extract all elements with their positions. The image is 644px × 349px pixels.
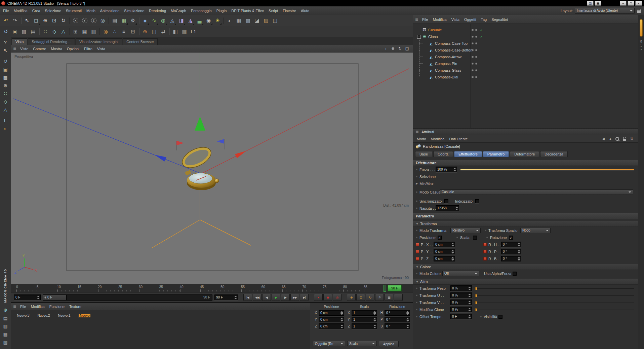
range-start-handle[interactable]: 0 F [43, 295, 67, 300]
sincronizzato-checkbox[interactable] [444, 199, 448, 203]
transport-button[interactable]: |◀ [243, 294, 252, 301]
toolbar-icon[interactable]: ◎ [98, 16, 107, 25]
object-tag-icon[interactable] [491, 41, 496, 46]
object-icon[interactable] [429, 61, 434, 66]
toolbar-icon[interactable]: ▤ [29, 27, 38, 36]
toolbar-icon[interactable]: X [71, 16, 80, 25]
object-name[interactable]: Compass-Glass [435, 68, 461, 72]
editor-visibility-dot[interactable] [472, 63, 474, 65]
menu-item[interactable]: Selezione [43, 9, 64, 13]
palette-icon[interactable]: ▦ [1, 330, 10, 338]
material-menu-item[interactable]: Modifica [29, 305, 47, 309]
rotation-field[interactable]: 0 ° [385, 323, 410, 329]
toolbar-icon[interactable]: ▨ [261, 16, 271, 25]
rotation-component-field[interactable]: 0 ° [501, 249, 521, 254]
palette-icon[interactable] [1, 114, 10, 116]
object-tag-icon[interactable] [486, 41, 491, 46]
x-axis-arrow[interactable] [235, 151, 246, 158]
spinner-icon[interactable] [468, 300, 471, 305]
object-tag-icon[interactable] [491, 68, 496, 73]
altro-row-slider[interactable] [475, 301, 634, 305]
key-toggle-button[interactable]: ⊡ [356, 294, 365, 301]
toolbar-icon[interactable] [68, 16, 71, 25]
object-row[interactable]: − Casuale ✓ [413, 27, 638, 33]
altro-row-field[interactable]: 0 % [450, 307, 472, 312]
parent-up-icon[interactable] [608, 137, 613, 141]
object-tag-icon[interactable] [491, 75, 496, 79]
param-bullet[interactable] [416, 237, 417, 238]
offset-tempo-field[interactable]: 0 F [450, 314, 472, 319]
key-toggle-button[interactable]: P [375, 294, 384, 301]
param-bullet[interactable] [480, 316, 482, 317]
slider-handle[interactable] [475, 301, 477, 304]
palette-icon[interactable]: ▥ [1, 322, 10, 330]
param-bullet[interactable] [416, 294, 417, 296]
toolbar-icon[interactable] [38, 27, 41, 36]
menu-item[interactable]: Rendering [147, 9, 168, 13]
toolbar-icon[interactable]: ≡ [119, 27, 128, 36]
object-tag-icon[interactable] [486, 55, 491, 59]
scala-checkbox[interactable] [473, 236, 477, 240]
toolbar-icon[interactable]: ▃ [195, 16, 204, 25]
toolbar-icon[interactable] [98, 27, 101, 36]
object-icon[interactable] [429, 75, 434, 80]
object-row[interactable]: − Clona ✓ [413, 33, 638, 40]
spinner-icon[interactable] [451, 249, 454, 254]
visibility-dots[interactable] [472, 49, 477, 51]
toolbar-icon[interactable]: ◬ [168, 16, 177, 25]
palette-icon[interactable]: L [1, 116, 10, 125]
manager-icon[interactable] [623, 17, 629, 22]
spinner-icon[interactable] [451, 256, 454, 261]
collapsed-twisty-icon[interactable]: ▶ [416, 182, 418, 185]
viewport-menu-item[interactable]: Vista [95, 47, 108, 51]
palette-icon[interactable]: ⊕ [1, 306, 10, 314]
visibilita-checkbox[interactable] [498, 315, 502, 319]
object-name[interactable]: Compass-Pin [435, 62, 457, 66]
lock-icon[interactable] [622, 137, 627, 141]
toolbar-icon[interactable]: △ [59, 27, 68, 36]
toolbar-icon[interactable]: ▩ [19, 27, 29, 36]
keyframe-square[interactable] [483, 250, 487, 253]
material-item[interactable]: Nuovo.3 [14, 313, 32, 318]
panel-grip-icon[interactable] [414, 17, 419, 22]
current-frame-badge[interactable]: 90 F [388, 285, 402, 291]
toolbar-icon[interactable]: ◫ [271, 16, 280, 25]
toolbar-icon[interactable] [137, 16, 140, 25]
sync-icon[interactable] [629, 137, 634, 141]
spinner-icon[interactable] [37, 295, 40, 300]
viewport-tab[interactable]: Content Browser [123, 38, 158, 45]
viewport-menu-item[interactable]: Camere [31, 47, 48, 51]
transport-button[interactable]: ▶ [272, 294, 280, 301]
object-tag-icon[interactable] [491, 55, 496, 59]
object-name[interactable]: Compass-Case-Top [435, 41, 468, 45]
object-tag-icon[interactable] [486, 68, 491, 73]
toolbar-icon[interactable]: ⊕ [140, 27, 150, 36]
param-bullet[interactable] [416, 207, 417, 209]
render-visibility-dot[interactable] [475, 29, 477, 31]
enabled-check-icon[interactable]: ✓ [480, 35, 483, 39]
record-button[interactable]: ◉ [323, 294, 332, 301]
param-bullet[interactable] [416, 316, 417, 317]
toolbar-icon[interactable]: ◫ [150, 27, 159, 36]
material-name[interactable]: Nuovo.1 [57, 314, 71, 317]
subsection-colore[interactable]: ▼ Colore [413, 264, 638, 270]
red-rotation-flag[interactable] [176, 141, 184, 145]
view-nav-icon[interactable]: ◱ [404, 46, 410, 51]
object-manager-menu-item[interactable]: Vista [449, 18, 462, 22]
toolbar-icon[interactable]: ▦ [80, 27, 89, 36]
param-bullet[interactable] [416, 273, 417, 274]
menu-item[interactable]: Finestre [280, 9, 298, 13]
material-name[interactable]: Nuovo.2 [36, 314, 51, 317]
render-visibility-dot[interactable] [475, 76, 477, 78]
forza-slider[interactable] [460, 168, 634, 172]
history-back-icon[interactable] [601, 137, 606, 141]
altro-row-slider[interactable] [475, 293, 634, 298]
editor-visibility-dot[interactable] [472, 42, 474, 44]
menu-item[interactable]: File [1, 9, 11, 13]
toolbar-icon[interactable]: Y [80, 16, 89, 25]
toolbar-icon[interactable]: ↶ [1, 16, 10, 25]
material-item[interactable]: Nuovo.1 [55, 313, 73, 318]
object-manager-menu-item[interactable]: Segnalibri [489, 18, 510, 22]
palette-icon[interactable]: ◐ [1, 125, 10, 133]
end-frame-field[interactable]: 90 F [214, 294, 238, 300]
